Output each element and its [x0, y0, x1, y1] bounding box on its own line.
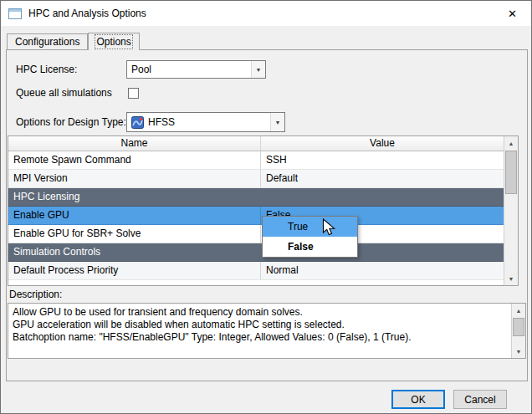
tab-options[interactable]: Options — [88, 33, 139, 50]
row-value: SSH — [261, 151, 504, 169]
close-icon: ✕ — [508, 8, 517, 20]
tab-options-label: Options — [96, 36, 130, 48]
row-mpi-version[interactable]: MPI Version Default — [8, 170, 504, 188]
column-header-value[interactable]: Value — [261, 136, 504, 151]
description-line: Allow GPU to be used for transient and f… — [13, 306, 509, 319]
row-section-hpc-licensing[interactable]: HPC Licensing — [8, 188, 504, 207]
tab-configurations[interactable]: Configurations — [7, 33, 88, 49]
design-type-dropdown[interactable]: HFSS ▼ — [126, 112, 285, 132]
close-button[interactable]: ✕ — [494, 1, 531, 26]
design-type-value: HFSS — [148, 116, 175, 128]
tab-configurations-label: Configurations — [15, 36, 79, 48]
tab-strip: Configurations Options — [7, 33, 140, 50]
row-name: Remote Spawn Command — [8, 151, 261, 169]
mouse-cursor-icon — [322, 218, 336, 238]
row-value — [261, 188, 504, 206]
enable-gpu-value-popup: True False — [262, 216, 358, 258]
hpc-analysis-options-dialog: HPC and Analysis Options ✕ Configuration… — [0, 0, 532, 414]
chevron-down-icon: ▼ — [270, 113, 284, 131]
scroll-down-button[interactable]: ▼ — [504, 272, 518, 285]
options-property-grid: Name Value Remote Spawn Command SSH MPI … — [8, 135, 519, 286]
app-icon — [8, 8, 22, 19]
scroll-down-button[interactable]: ▼ — [512, 345, 525, 358]
row-name: Enable GPU — [8, 207, 261, 224]
row-name: MPI Version — [8, 170, 261, 187]
description-line: GPU acceleration will be disabled when a… — [13, 319, 509, 331]
description-label: Description: — [9, 287, 62, 302]
description-text: Allow GPU to be used for transient and f… — [13, 306, 509, 344]
row-name: Simulation Controls — [8, 243, 261, 261]
ok-button[interactable]: OK — [391, 390, 445, 409]
row-name: HPC Licensing — [8, 188, 261, 206]
dialog-title: HPC and Analysis Options — [28, 8, 146, 19]
queue-all-simulations-checkbox[interactable] — [128, 88, 139, 99]
description-box: Allow GPU to be used for transient and f… — [8, 303, 526, 359]
column-header-name[interactable]: Name — [8, 136, 261, 151]
chevron-down-icon: ▼ — [251, 61, 265, 78]
scroll-up-icon: ▲ — [509, 141, 514, 146]
row-enable-gpu[interactable]: Enable GPU False — [8, 207, 504, 225]
description-line: Batchoption name: "HFSS/EnableGPU" Type:… — [13, 331, 509, 344]
scrollbar-thumb[interactable] — [513, 318, 524, 336]
popup-item-false[interactable]: False — [263, 237, 357, 257]
grid-header: Name Value — [8, 136, 504, 151]
titlebar: HPC and Analysis Options ✕ — [1, 1, 531, 26]
grid-scrollbar[interactable]: ▲ ▼ — [504, 136, 518, 285]
design-type-label: Options for Design Type: — [16, 113, 126, 131]
scrollbar-thumb[interactable] — [505, 151, 517, 194]
row-value: Normal — [261, 262, 504, 279]
cancel-button[interactable]: Cancel — [453, 390, 507, 409]
row-name: Enable GPU for SBR+ Solve — [8, 225, 261, 243]
description-scrollbar[interactable]: ▲ ▼ — [511, 304, 525, 358]
hpc-license-value: Pool — [131, 64, 151, 75]
scroll-down-icon: ▼ — [509, 276, 514, 282]
hpc-license-dropdown[interactable]: Pool ▼ — [126, 60, 266, 79]
scroll-up-button[interactable]: ▲ — [512, 304, 525, 317]
row-enable-gpu-sbr-solve[interactable]: Enable GPU for SBR+ Solve — [8, 225, 504, 243]
row-value: Default — [261, 170, 504, 187]
row-remote-spawn-command[interactable]: Remote Spawn Command SSH — [8, 151, 504, 170]
scroll-up-button[interactable]: ▲ — [504, 136, 518, 150]
scroll-up-icon: ▲ — [516, 308, 522, 314]
hpc-license-label: HPC License: — [16, 60, 77, 79]
grid-body: Name Value Remote Spawn Command SSH MPI … — [8, 136, 504, 285]
hfss-icon — [131, 116, 144, 129]
row-name: Default Process Priority — [8, 262, 261, 279]
queue-all-simulations-label: Queue all simulations — [16, 84, 112, 102]
row-default-process-priority[interactable]: Default Process Priority Normal — [8, 262, 504, 280]
popup-item-true[interactable]: True — [263, 217, 357, 237]
row-section-simulation-controls[interactable]: Simulation Controls — [8, 243, 504, 262]
scroll-down-icon: ▼ — [516, 349, 522, 355]
